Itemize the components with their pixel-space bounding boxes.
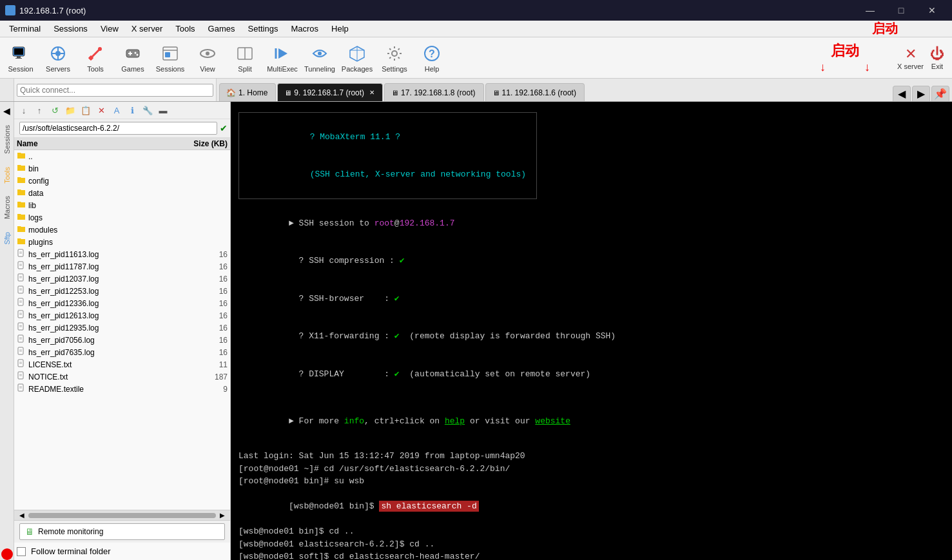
- tab-192-168-1-7[interactable]: 🖥 9. 192.168.1.7 (root) ✕: [277, 83, 383, 101]
- file-list-item[interactable]: hs_err_pid7056.log16: [14, 334, 230, 346]
- file-icon: [17, 322, 26, 333]
- folder-icon: [17, 175, 26, 186]
- file-list-item[interactable]: hs_err_pid12935.log16: [14, 322, 230, 334]
- scroll-left[interactable]: ◀: [15, 512, 28, 519]
- file-tool-arrow-down[interactable]: ↓: [17, 103, 31, 117]
- file-list-item[interactable]: ..: [14, 150, 230, 162]
- folder-icon: [17, 188, 26, 198]
- toolbar-sessions[interactable]: Sessions: [152, 40, 188, 76]
- file-item-name: hs_err_pid12336.log: [28, 299, 180, 308]
- file-item-name: hs_err_pid11613.log: [28, 250, 180, 259]
- file-list-item[interactable]: hs_err_pid12613.log16: [14, 309, 230, 322]
- file-list-item[interactable]: hs_err_pid12037.log16: [14, 273, 230, 285]
- side-tab-sftp[interactable]: Sftp: [2, 227, 12, 250]
- file-item-name: README.textile: [28, 385, 180, 394]
- file-list-item[interactable]: NOTICE.txt187: [14, 371, 230, 383]
- exit-button[interactable]: ⏻ Exit: [930, 46, 944, 70]
- menu-terminal[interactable]: Terminal: [3, 23, 47, 35]
- menu-sessions[interactable]: Sessions: [47, 23, 94, 35]
- file-list-item[interactable]: hs_err_pid7635.log16: [14, 346, 230, 358]
- file-item-name: LICENSE.txt: [28, 360, 180, 369]
- toolbar-split[interactable]: Split: [227, 40, 263, 76]
- scroll-thumb[interactable]: [28, 513, 216, 518]
- toolbar-settings[interactable]: Settings: [376, 40, 413, 76]
- toolbar-view[interactable]: View: [189, 40, 226, 76]
- tab1-close[interactable]: ✕: [369, 89, 374, 96]
- remote-monitor-button[interactable]: 🖥 Remote monitoring: [19, 523, 225, 540]
- toolbar-servers[interactable]: Servers: [40, 40, 76, 76]
- menu-view[interactable]: View: [94, 23, 125, 35]
- tab-home[interactable]: 🏠 1. Home: [219, 83, 276, 101]
- svg-text:?: ?: [429, 48, 435, 59]
- tab-nav-next[interactable]: ▶: [912, 86, 930, 101]
- file-item-name: hs_err_pid7056.log: [28, 336, 180, 345]
- file-tool-rename[interactable]: A: [110, 103, 124, 117]
- file-list-item[interactable]: hs_err_pid11787.log16: [14, 260, 230, 273]
- file-tool-arrow-up[interactable]: ↑: [32, 103, 46, 117]
- menu-games[interactable]: Games: [202, 23, 242, 35]
- xserver-button[interactable]: ✕ X server: [897, 46, 924, 70]
- side-tab-macros[interactable]: Macros: [2, 191, 12, 224]
- file-item-name: hs_err_pid11787.log: [28, 262, 180, 271]
- file-list-item[interactable]: config: [14, 175, 230, 187]
- ssh-session-line: ► SSH session to root@192.168.1.7: [238, 204, 944, 242]
- file-item-name: modules: [28, 226, 180, 235]
- toolbar-multiexec[interactable]: MultiExec: [264, 40, 300, 76]
- file-tool-copy[interactable]: 📋: [79, 103, 93, 117]
- cmd-cd-dotdot2: [wsb@node01 elasticsearch-6.2.2]$ cd ..: [238, 538, 944, 551]
- tab-192-168-1-8[interactable]: 🖥 17. 192.168.1.8 (root): [384, 83, 483, 101]
- quick-connect-input[interactable]: [17, 84, 213, 97]
- toolbar-help[interactable]: ? Help: [414, 40, 450, 76]
- menu-settings[interactable]: Settings: [242, 23, 285, 35]
- minimize-button[interactable]: —: [855, 0, 885, 21]
- file-list-item[interactable]: logs: [14, 211, 230, 224]
- menu-macros[interactable]: Macros: [284, 23, 325, 35]
- startup-annotation-toolbar: 启动 ↓ ↓: [820, 41, 870, 74]
- file-tool-newfolder[interactable]: 📁: [63, 103, 77, 117]
- side-collapse[interactable]: ◀: [1, 104, 14, 117]
- file-list-item[interactable]: bin: [14, 162, 230, 175]
- file-icon: [17, 347, 26, 358]
- file-list-item[interactable]: plugins: [14, 236, 230, 248]
- file-icon: [17, 285, 26, 296]
- tab-192-168-1-6[interactable]: 🖥 11. 192.168.1.6 (root): [485, 83, 585, 101]
- toolbar-tunneling[interactable]: Tunneling: [302, 40, 338, 76]
- file-tool-pick[interactable]: 🔧: [141, 103, 155, 117]
- svg-point-16: [137, 53, 139, 55]
- tab3-icon: 🖥: [492, 89, 500, 97]
- file-tool-delete[interactable]: ✕: [94, 103, 108, 117]
- svg-rect-1: [14, 48, 23, 55]
- toolbar-tools[interactable]: Tools: [77, 40, 113, 76]
- settings-label: Settings: [382, 65, 407, 73]
- tab-pin[interactable]: 📌: [931, 86, 949, 101]
- file-tool-refresh[interactable]: ↺: [48, 103, 62, 117]
- path-bar[interactable]: /usr/soft/elasticsearch-6.2.2/: [19, 122, 217, 135]
- file-scroll[interactable]: ◀ ▶: [14, 510, 230, 520]
- follow-folder-checkbox[interactable]: [17, 547, 26, 556]
- menu-tools[interactable]: Tools: [169, 23, 201, 35]
- side-tab-tools[interactable]: Tools: [2, 162, 12, 189]
- file-list-item[interactable]: README.textile9: [14, 383, 230, 395]
- menu-help[interactable]: Help: [325, 23, 355, 35]
- file-list-item[interactable]: data: [14, 187, 230, 199]
- file-tool-menu[interactable]: ▬: [156, 103, 170, 117]
- file-tool-info[interactable]: ℹ: [125, 103, 139, 117]
- maximize-button[interactable]: □: [886, 0, 916, 21]
- menu-bar: Terminal Sessions View X server Tools Ga…: [0, 21, 952, 37]
- close-button[interactable]: ✕: [917, 0, 947, 21]
- file-list-item[interactable]: modules: [14, 224, 230, 236]
- tab-nav-prev[interactable]: ◀: [893, 86, 911, 101]
- file-list-item[interactable]: lib: [14, 199, 230, 211]
- games-icon: [122, 43, 143, 64]
- menu-xserver[interactable]: X server: [125, 23, 169, 35]
- scroll-right[interactable]: ▶: [216, 512, 229, 519]
- folder-icon: [17, 224, 26, 235]
- file-list-item[interactable]: hs_err_pid11613.log16: [14, 248, 230, 260]
- file-list-item[interactable]: hs_err_pid12336.log16: [14, 297, 230, 309]
- toolbar-games[interactable]: Games: [115, 40, 151, 76]
- toolbar-session[interactable]: Session: [3, 40, 39, 76]
- side-tab-sessions[interactable]: Sessions: [2, 120, 12, 159]
- file-list-item[interactable]: LICENSE.txt11: [14, 358, 230, 371]
- toolbar-packages[interactable]: Packages: [339, 40, 375, 76]
- file-list-item[interactable]: hs_err_pid12253.log16: [14, 285, 230, 297]
